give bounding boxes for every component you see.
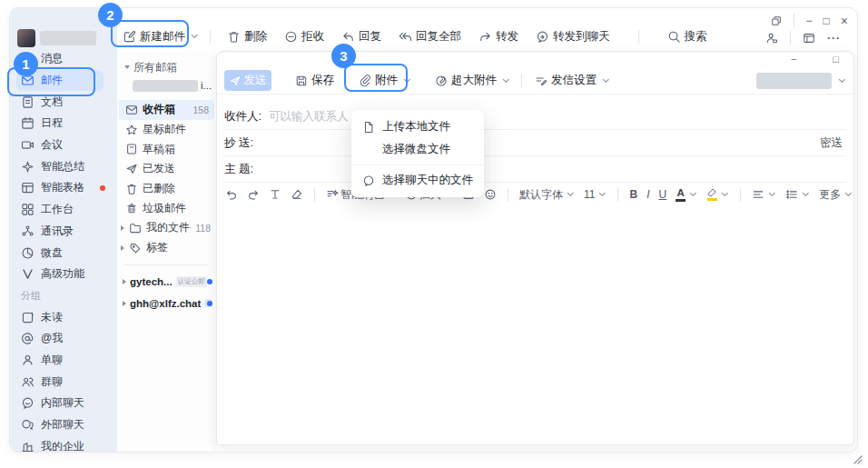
contact-card-icon[interactable] xyxy=(765,32,778,45)
forward-button[interactable]: 转发 xyxy=(478,29,518,45)
account-tag: 认证公邮 xyxy=(176,276,207,287)
undo-button[interactable] xyxy=(225,188,238,201)
font-color-button[interactable]: A xyxy=(676,188,697,202)
sidebar-item-meetings[interactable]: 会议 xyxy=(16,134,104,156)
avatar[interactable] xyxy=(17,29,35,47)
caret-right-icon[interactable] xyxy=(121,245,124,251)
unread-dot xyxy=(207,301,212,306)
folder-item-junk[interactable]: 垃圾邮件 xyxy=(117,198,216,218)
account-row[interactable]: i... xyxy=(117,75,216,95)
account-item-gytech[interactable]: gytech... 认证公邮 xyxy=(117,271,216,293)
caret-right-icon[interactable] xyxy=(123,279,126,284)
send-button[interactable]: 发送 xyxy=(224,70,271,91)
close-button[interactable]: × xyxy=(841,15,848,27)
folder-item-my-folders[interactable]: 我的文件夹 118 xyxy=(117,218,216,238)
sidebar-item-ai-summary[interactable]: 智能总结 xyxy=(16,155,104,177)
sidebar-item-messages[interactable]: 消息 xyxy=(16,48,104,70)
format-painter-button[interactable] xyxy=(269,188,281,201)
compose-toolbar: 发送 保存 附件 xyxy=(217,67,853,95)
sidebar-item-external-chat[interactable]: 外部聊天 xyxy=(16,414,104,436)
search-button[interactable]: 搜索 xyxy=(667,29,707,45)
highlight-button[interactable] xyxy=(706,188,729,201)
large-attachment-button[interactable]: 超大附件 xyxy=(435,73,510,88)
sidebar-item-calendar[interactable]: 日程 xyxy=(16,113,104,134)
caret-right-icon[interactable] xyxy=(123,301,126,306)
compose-window-controls: − □ xyxy=(217,52,853,67)
reply-button[interactable]: 回复 xyxy=(341,29,381,45)
reject-button[interactable]: 拒收 xyxy=(284,29,324,45)
search-icon xyxy=(667,30,681,44)
folder-item-inbox[interactable]: 收件箱 158 xyxy=(119,100,214,120)
sidebar-item-single-chat[interactable]: 单聊 xyxy=(16,350,104,372)
sidebar-item-drive[interactable]: 微盘 xyxy=(16,242,104,264)
screenshot: 消息 邮件 文档 日程 会议 xyxy=(0,0,868,468)
sidebar-item-smart-table[interactable]: 智能表格 xyxy=(16,177,104,199)
sidebar-item-docs[interactable]: 文档 xyxy=(16,91,104,113)
sidebar-item-mentions[interactable]: @我 xyxy=(16,328,104,350)
format-painter-icon xyxy=(269,188,281,201)
sidebar-item-group-chat[interactable]: 群聊 xyxy=(16,371,104,393)
sidebar-item-contacts[interactable]: 通讯录 xyxy=(16,221,104,243)
layout-panel-icon[interactable] xyxy=(803,32,815,45)
from-account-select[interactable] xyxy=(756,73,846,89)
profile-area[interactable] xyxy=(17,29,117,47)
minimize-button[interactable]: − xyxy=(806,15,813,26)
menu-item-upload-local-file[interactable]: 上传本地文件 xyxy=(351,115,484,138)
sidebar-item-internal-chat[interactable]: 内部聊天 xyxy=(16,393,104,414)
subject-field[interactable]: 主 题: xyxy=(224,156,846,183)
clear-format-button[interactable] xyxy=(291,188,303,201)
bcc-toggle[interactable]: 密送 xyxy=(820,135,846,151)
divider xyxy=(794,14,794,27)
align-button[interactable] xyxy=(752,188,776,201)
font-family-select[interactable]: 默认字体 xyxy=(519,187,575,203)
underline-button[interactable]: U xyxy=(658,188,666,201)
maximize-button[interactable]: □ xyxy=(824,15,830,26)
folder-item-deleted[interactable]: 已删除 xyxy=(117,179,216,199)
divider xyxy=(210,30,211,44)
trash-icon xyxy=(227,30,241,44)
redo-button[interactable] xyxy=(247,188,260,201)
delete-button[interactable]: 删除 xyxy=(227,29,267,45)
folder-item-drafts[interactable]: 草稿箱 xyxy=(117,139,216,159)
reply-all-button[interactable]: 回复全部 xyxy=(399,29,461,45)
sidebar-item-advanced[interactable]: 高级功能 xyxy=(16,264,104,285)
list-button[interactable] xyxy=(785,188,810,201)
new-window-icon[interactable] xyxy=(771,15,782,26)
compose-minimize-button[interactable]: − xyxy=(791,55,796,65)
bold-button[interactable]: B xyxy=(629,188,637,201)
sidebar-item-my-company[interactable]: 我的企业 xyxy=(16,435,104,453)
folder-item-starred[interactable]: 星标邮件 xyxy=(117,120,216,140)
large-attachment-icon xyxy=(435,75,448,87)
more-format-button[interactable]: 更多 xyxy=(819,187,853,203)
font-size-select[interactable]: 11 xyxy=(584,188,607,201)
account-item-ghh[interactable]: ghh@xlfz.chat xyxy=(117,293,216,314)
new-mail-button[interactable]: 新建邮件 xyxy=(123,29,199,45)
format-toolbar: 智能润色 插入 默认字体 xyxy=(217,183,853,206)
menu-item-select-chat-file[interactable]: 选择聊天中的文件 xyxy=(351,169,484,192)
caret-right-icon[interactable] xyxy=(121,225,124,231)
menu-item-select-drive-file[interactable]: 选择微盘文件 xyxy=(351,138,484,161)
sidebar-item-workbench[interactable]: 工作台 xyxy=(16,199,104,221)
smiley-icon xyxy=(484,188,497,201)
to-field[interactable]: 收件人: 可以输入联系人 / 部门 xyxy=(224,104,846,130)
italic-button[interactable]: I xyxy=(646,188,649,201)
save-icon xyxy=(295,75,308,87)
inbox-icon xyxy=(125,104,138,116)
folder-item-sent[interactable]: 已发送 xyxy=(117,159,216,179)
compose-body[interactable] xyxy=(217,206,853,444)
attachment-button[interactable]: 附件 xyxy=(359,73,411,88)
resize-grip[interactable] xyxy=(852,453,863,464)
sidebar-item-unread[interactable]: 未读 xyxy=(16,306,104,328)
save-button[interactable]: 保存 xyxy=(295,73,334,88)
send-settings-button[interactable]: 发信设置 xyxy=(535,73,610,88)
notification-dot xyxy=(100,185,105,191)
cc-field[interactable]: 抄 送: 密送 xyxy=(224,130,846,156)
tag-icon xyxy=(129,242,142,254)
compose-maximize-button[interactable]: □ xyxy=(833,55,839,65)
forward-to-chat-button[interactable]: 转发到聊天 xyxy=(536,29,610,45)
all-mailboxes-header[interactable]: 所有邮箱 xyxy=(117,59,216,75)
emoji-button[interactable] xyxy=(484,188,497,201)
more-button[interactable]: ··· xyxy=(827,33,841,44)
folder-item-tags[interactable]: 标签 xyxy=(117,238,216,258)
sidebar-item-mail[interactable]: 邮件 xyxy=(16,70,104,92)
